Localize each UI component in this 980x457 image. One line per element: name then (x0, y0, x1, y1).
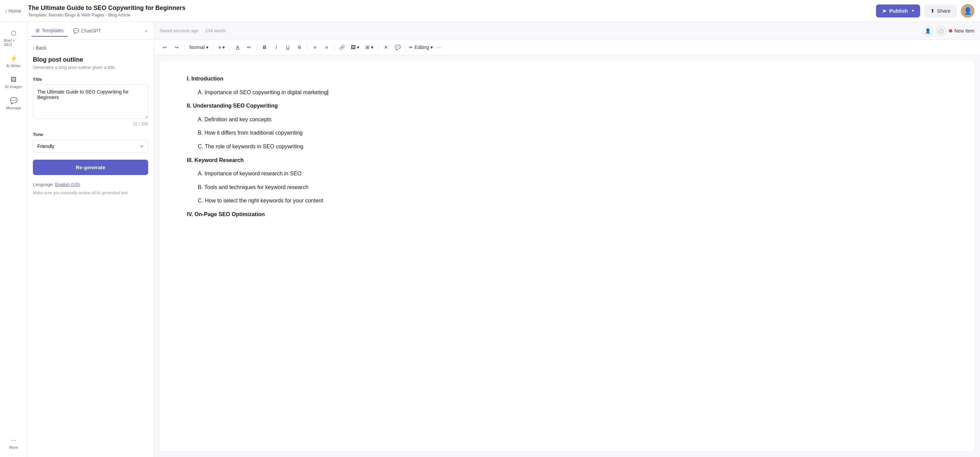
toolbar-divider-8 (405, 44, 406, 51)
brief-seo-icon: ⬡ (11, 29, 16, 37)
topbar-actions: ➤ Publish ▾ ⬆ Share 👤 (876, 4, 975, 18)
history-icon[interactable]: 🕐 (936, 26, 946, 36)
align-select[interactable]: ≡ ▾ (216, 43, 228, 51)
tone-select[interactable]: Friendly Professional Casual Formal (33, 140, 148, 153)
toolbar-divider-6 (334, 44, 334, 51)
panel-content: ‹ Back Blog post outline Generates a blo… (27, 40, 154, 457)
chevron-down-icon: ▾ (430, 45, 433, 50)
table-icon: ⊞ (366, 45, 369, 50)
ai-writer-icon: ⚡ (10, 55, 18, 62)
chevron-down-icon: ▾ (206, 45, 208, 50)
sidebar-item-more[interactable]: ··· More (2, 433, 26, 453)
outline-item: A. Importance of SEO copywriting in digi… (187, 88, 947, 97)
outline-item: C. The role of keywords in SEO copywriti… (187, 142, 947, 151)
comment-button[interactable]: 💬 (392, 42, 403, 53)
outline-container: I. IntroductionA. Importance of SEO copy… (187, 74, 947, 219)
link-button[interactable]: 🔗 (336, 42, 347, 53)
language-link[interactable]: English (US) (55, 182, 80, 187)
undo-button[interactable]: ↩ (159, 42, 170, 53)
clear-format-button[interactable]: ✕ (380, 42, 391, 53)
language-note: Language: English (US) (33, 182, 148, 187)
left-panel: ⊞ Templates 💬 ChatGPT › ‹ Back Blog post… (27, 22, 154, 457)
main-layout: ⬡ Brief + SEO ⚡ AI Writer 🖼 AI Images 💬 … (0, 22, 980, 457)
outline-item: B. How it differs from traditional copyw… (187, 128, 947, 137)
outline-item: A. Importance of keyword research in SEO (187, 169, 947, 178)
edit-icon: ✏ (409, 45, 413, 50)
template-link[interactable]: Narrato Blogs & Web Pages - Blog Article (49, 12, 130, 18)
bold-button[interactable]: B (259, 42, 270, 53)
strikethrough-button[interactable]: S (294, 42, 305, 53)
outline-item: A. Definition and key concepts (187, 115, 947, 124)
table-select[interactable]: ⊞ ▾ (363, 43, 376, 51)
message-icon: 💬 (10, 97, 18, 104)
more-options-button[interactable]: ··· (434, 42, 444, 53)
outline-item: IV. On-Page SEO Optimization (187, 210, 947, 219)
title-textarea[interactable]: The Ultimate Guide to SEO Copywriting fo… (33, 85, 148, 119)
editor-toolbar: ↩ ↪ Normal ▾ ≡ ▾ A ✏ B I U S ≡ ≡ 🔗 (154, 40, 980, 55)
underline-button[interactable]: U (282, 42, 293, 53)
outline-item: I. Introduction (187, 74, 947, 83)
chevron-left-icon: ‹ (5, 8, 7, 14)
ai-notice: Make sure you manually review all AI gen… (33, 190, 148, 196)
editor-content[interactable]: I. IntroductionA. Importance of SEO copy… (159, 61, 975, 452)
panel-collapse-button[interactable]: › (142, 26, 150, 35)
editor-area: Saved seconds ago 234 words 👤 🕐 New Item… (154, 22, 980, 457)
editing-badge[interactable]: ✏ Editing ▾ (409, 45, 433, 50)
bullet-list-button[interactable]: ≡ (309, 42, 320, 53)
sidebar-item-ai-images[interactable]: 🖼 AI Images (2, 73, 26, 92)
new-item-button[interactable]: New Item (949, 28, 975, 34)
section-title: Blog post outline (33, 56, 148, 63)
user-avatar[interactable]: 👤 (961, 4, 975, 18)
chevron-down-icon: ▾ (357, 45, 359, 50)
toolbar-divider-7 (378, 44, 379, 51)
collaborators-icon[interactable]: 👤 (923, 26, 933, 36)
chevron-down-icon: ▾ (371, 45, 373, 50)
sidebar-item-brief-seo[interactable]: ⬡ Brief + SEO (2, 26, 26, 50)
highlight-button[interactable]: ✏ (243, 42, 255, 53)
ordered-list-button[interactable]: ≡ (321, 42, 332, 53)
templates-icon: ⊞ (36, 28, 40, 33)
more-icon: ··· (11, 437, 16, 444)
tab-chatgpt[interactable]: 💬 ChatGPT (69, 26, 105, 36)
new-item-dot (949, 29, 952, 32)
outline-item: C. How to select the right keywords for … (187, 196, 947, 205)
publish-icon: ➤ (882, 8, 886, 14)
chevron-down-icon: ▾ (223, 45, 225, 50)
tab-templates[interactable]: ⊞ Templates (32, 25, 68, 37)
ai-images-icon: 🖼 (11, 76, 17, 83)
image-icon: 🖼 (351, 45, 356, 50)
format-select[interactable]: Normal ▾ (186, 43, 211, 51)
italic-button[interactable]: I (270, 42, 282, 53)
topbar: ‹ Home The Ultimate Guide to SEO Copywri… (0, 0, 980, 22)
chevron-left-icon: ‹ (33, 45, 35, 51)
toolbar-divider-1 (184, 44, 185, 51)
publish-button[interactable]: ➤ Publish ▾ (876, 5, 920, 18)
sidebar-item-label: AI Writer (6, 64, 21, 68)
tone-field-label: Tone (33, 132, 148, 137)
document-title: The Ultimate Guide to SEO Copywriting fo… (28, 5, 872, 12)
text-color-button[interactable]: A (232, 42, 243, 53)
section-desc: Generates a blog post outline given a ti… (33, 65, 148, 70)
home-button[interactable]: ‹ Home (5, 8, 21, 14)
word-count: 234 words (205, 28, 226, 33)
home-label: Home (8, 8, 21, 14)
sidebar-item-label: Brief + SEO (4, 38, 23, 46)
title-area: The Ultimate Guide to SEO Copywriting fo… (28, 5, 872, 18)
title-field-label: Title (33, 77, 148, 82)
outline-item: III. Keyword Research (187, 156, 947, 165)
image-select[interactable]: 🖼 ▾ (348, 43, 362, 51)
sidebar-item-label: Message (6, 106, 21, 110)
outline-item: B. Tools and techniques for keyword rese… (187, 183, 947, 192)
share-button[interactable]: ⬆ Share (924, 5, 957, 18)
saved-status: Saved seconds ago (159, 28, 199, 33)
editor-topbar: Saved seconds ago 234 words 👤 🕐 New Item (154, 22, 980, 40)
sidebar-item-ai-writer[interactable]: ⚡ AI Writer (2, 51, 26, 71)
back-link[interactable]: ‹ Back (33, 45, 148, 51)
redo-button[interactable]: ↪ (171, 42, 182, 53)
char-count: 51 / 200 (33, 121, 148, 126)
sidebar-item-message[interactable]: 💬 Message (2, 94, 26, 113)
template-subtitle: Template: Narrato Blogs & Web Pages - Bl… (28, 12, 872, 18)
outline-item: II. Understanding SEO Copywriting (187, 101, 947, 110)
regenerate-button[interactable]: Re-generate (33, 160, 148, 175)
toolbar-divider-5 (307, 44, 307, 51)
